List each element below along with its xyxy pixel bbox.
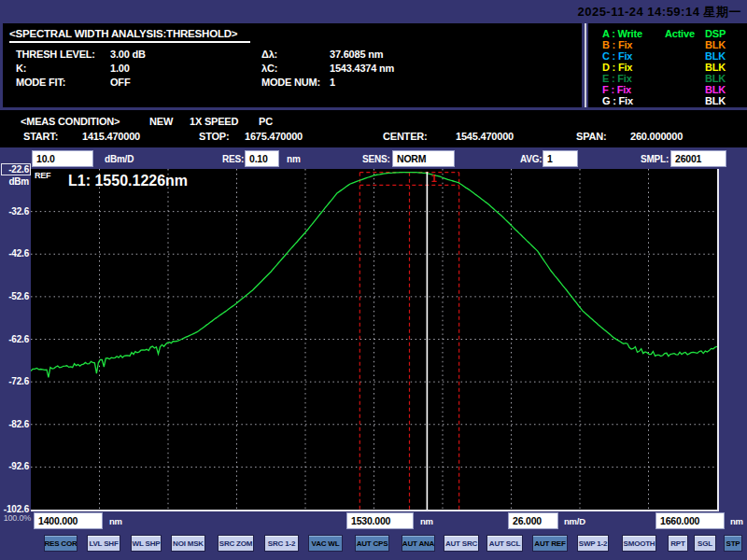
softkey-wl-shp[interactable]: WL SHP	[131, 535, 162, 552]
span-label: SPAN:	[576, 131, 606, 142]
trace-status: BLK	[705, 95, 726, 106]
res-unit: nm	[287, 154, 301, 164]
start-label: START:	[23, 131, 58, 142]
k-value: 1.00	[110, 63, 130, 74]
spectrum-chart: 1	[31, 169, 717, 510]
mode-fit-label: MODE FIT:	[16, 77, 65, 88]
trace-status: BLK	[705, 50, 726, 62]
smpl-field[interactable]: 26001	[671, 151, 726, 166]
x-axis-row: 1400.000 nm 1530.000 nm 26.000 nm/D 1660…	[0, 511, 747, 532]
settings-row: 10.0 dBm/D RES: 0.10 nm SENS: NORM AVG: …	[0, 150, 747, 169]
softkey-rpt[interactable]: RPT	[668, 535, 688, 552]
softkey-stp[interactable]: STP	[724, 535, 742, 552]
softkey-aut-cps[interactable]: AUT CPS	[355, 535, 389, 552]
softkey-sgl[interactable]: SGL	[694, 535, 716, 552]
trace-name: E : Fix	[602, 73, 632, 84]
lambda-c-label: λC:	[261, 63, 277, 74]
lambda-c-value: 1543.4374 nm	[330, 63, 394, 74]
avg-label: AVG:	[520, 154, 542, 164]
smpl-label: SMPL:	[641, 154, 669, 164]
level-scale-unit: dBm/D	[105, 154, 134, 164]
softkey-aut-src[interactable]: AUT SRC	[444, 535, 479, 552]
trace-name: C : Fix	[602, 50, 632, 62]
stop-value: 1675.470000	[245, 131, 303, 142]
delta-lambda-label: Δλ:	[261, 49, 277, 60]
plot-area: 1 REF L1: 1550.1226nm	[31, 169, 719, 511]
trace-status: BLK	[705, 62, 726, 73]
analysis-title: <SPECTRAL WIDTH ANALYSIS:THRESHOLD>	[9, 28, 250, 43]
trace-row-e[interactable]: E : FixBLK	[588, 73, 747, 84]
datetime-display: 2025-11-24 14:59:14 星期一	[577, 4, 741, 21]
trace-row-a[interactable]: A : WriteActiveDSP	[588, 28, 747, 39]
softkey-aut-scl[interactable]: AUT SCL	[486, 535, 523, 552]
x-center-field[interactable]: 1530.000	[347, 513, 413, 528]
meas-mode: PC	[259, 116, 273, 127]
softkey-aut-ana[interactable]: AUT ANA	[402, 535, 435, 552]
y-axis-unit: dBm	[0, 176, 29, 187]
trace-list: A : WriteActiveDSPB : FixBLKC : FixBLKD …	[588, 23, 747, 107]
trace-name: F : Fix	[602, 84, 631, 95]
trace-status: DSP	[705, 28, 726, 39]
thresh-level-value: 3.00 dB	[110, 49, 146, 60]
y-axis-label: -52.6	[0, 291, 29, 301]
x-start-field[interactable]: 1400.000	[35, 513, 102, 528]
x-start-unit: nm	[109, 516, 122, 526]
sens-field[interactable]: NORM	[393, 151, 454, 166]
softkey-aut-ref[interactable]: AUT REF	[532, 535, 568, 552]
trace-status: BLK	[705, 84, 726, 95]
trace-status: BLK	[705, 39, 726, 50]
softkey-src-zom[interactable]: SRC ZOM	[218, 535, 254, 552]
mode-fit-value: OFF	[110, 77, 130, 88]
trace-row-b[interactable]: B : FixBLK	[588, 39, 747, 50]
softkey-noi-msk[interactable]: NOI MSK	[171, 535, 205, 552]
y-axis-label: -72.6	[0, 376, 29, 386]
trace-name: D : Fix	[602, 62, 632, 73]
y-axis-label: -32.6	[0, 206, 29, 217]
mode-num-label: MODE NUM:	[261, 77, 320, 88]
l1-marker-readout: L1: 1550.1226nm	[68, 173, 188, 189]
x-stop-unit: nm	[730, 516, 743, 526]
ref-marker-label: REF	[35, 171, 50, 180]
osa-screen: 2025-11-24 14:59:14 星期一 <SPECTRAL WIDTH …	[0, 0, 747, 560]
l1-marker-number: 1	[430, 173, 436, 184]
meas-title: <MEAS CONDITION>	[21, 116, 120, 127]
center-label: CENTER:	[383, 131, 428, 142]
avg-field[interactable]: 1	[543, 151, 577, 166]
x-scale-field[interactable]: 26.000	[509, 513, 557, 528]
softkey-res-cor[interactable]: RES COR	[44, 535, 78, 552]
res-field[interactable]: 0.10	[246, 151, 278, 166]
center-value: 1545.470000	[456, 131, 514, 142]
sens-label: SENS:	[362, 154, 390, 164]
x-stop-field[interactable]: 1660.000	[656, 513, 724, 528]
y-axis-label: -42.6	[0, 248, 29, 259]
res-label: RES:	[222, 154, 244, 164]
trace-active-flag: Active	[665, 28, 695, 39]
trace-status: BLK	[705, 73, 726, 84]
softkey-smooth[interactable]: SMOOTH	[622, 535, 656, 552]
trace-row-f[interactable]: F : FixBLK	[588, 84, 747, 95]
trace-name: B : Fix	[602, 39, 632, 50]
delta-lambda-value: 37.6085 nm	[330, 49, 383, 60]
stop-label: STOP:	[199, 131, 229, 142]
analysis-panel: <SPECTRAL WIDTH ANALYSIS:THRESHOLD> THRE…	[3, 23, 582, 107]
meas-state: NEW	[149, 116, 173, 127]
meas-condition-panel: <MEAS CONDITION> NEW 1X SPEED PC START: …	[0, 110, 747, 147]
level-scale-field[interactable]: 10.0	[33, 151, 92, 166]
softkey-src-1-2[interactable]: SRC 1-2	[264, 535, 299, 552]
y-axis-label: -92.6	[0, 461, 29, 471]
trace-row-d[interactable]: D : FixBLK	[588, 62, 747, 73]
softkey-vac-wl[interactable]: VAC WL	[308, 535, 343, 552]
trace-name: G : Fix	[602, 95, 633, 106]
k-label: K:	[16, 63, 26, 74]
softkey-swp-1-2[interactable]: SWP 1-2	[577, 535, 609, 552]
trace-row-c[interactable]: C : FixBLK	[588, 50, 747, 62]
softkey-lvl-shf[interactable]: LVL SHF	[87, 535, 120, 552]
softkey-toolbar: RES CORLVL SHFWL SHPNOI MSKSRC ZOMSRC 1-…	[0, 532, 747, 560]
thresh-level-label: THRESH LEVEL:	[16, 49, 95, 60]
y-axis-ref-label: -22.6	[0, 164, 29, 175]
meas-speed: 1X SPEED	[190, 116, 238, 127]
trace-panel-separator	[585, 23, 586, 107]
x-scale-unit: nm/D	[564, 516, 585, 526]
y-axis-label: -62.6	[0, 334, 29, 344]
trace-row-g[interactable]: G : FixBLK	[588, 95, 747, 106]
